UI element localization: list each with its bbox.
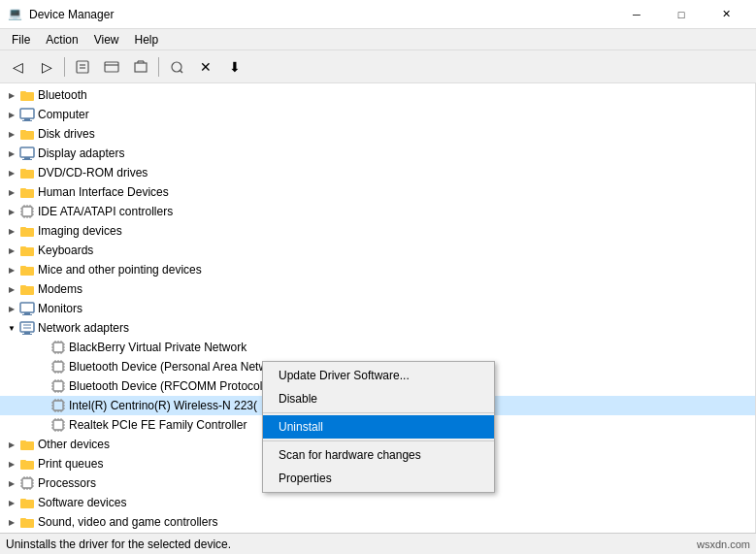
menu-bar: File Action View Help: [0, 29, 756, 50]
menu-file[interactable]: File: [4, 31, 38, 49]
menu-action[interactable]: Action: [38, 31, 85, 49]
svg-rect-92: [53, 401, 63, 410]
expand-icon-software-devices[interactable]: ▶: [4, 495, 19, 510]
tree-item-keyboards[interactable]: ▶Keyboards: [0, 241, 755, 260]
svg-rect-121: [20, 460, 26, 463]
tree-item-dvd-cdrom[interactable]: ▶DVD/CD-ROM drives: [0, 163, 755, 182]
ctx-item-scan-hardware[interactable]: Scan for hardware changes: [263, 443, 494, 467]
expand-icon-other-devices[interactable]: ▶: [4, 437, 19, 452]
device-label-computer: Computer: [38, 108, 89, 121]
expand-icon-processors[interactable]: ▶: [4, 475, 19, 491]
svg-rect-18: [24, 157, 30, 159]
ctx-item-disable[interactable]: Disable: [263, 387, 494, 410]
svg-rect-46: [24, 312, 30, 314]
expand-icon-disk-drives[interactable]: ▶: [4, 126, 19, 142]
tree-item-sound-video[interactable]: ▶Sound, video and game controllers: [0, 512, 755, 532]
tree-item-hid[interactable]: ▶Human Interface Devices: [0, 182, 755, 202]
expand-icon-realtek[interactable]: [35, 417, 50, 433]
menu-view[interactable]: View: [86, 31, 127, 49]
toolbar-properties[interactable]: [69, 54, 96, 80]
tree-item-display-adapters[interactable]: ▶Display adapters: [0, 144, 755, 163]
expand-icon-sound-video[interactable]: ▶: [4, 514, 19, 530]
expand-icon-bluetooth-rfcomm[interactable]: [35, 378, 50, 394]
tree-item-monitors[interactable]: ▶Monitors: [0, 299, 755, 318]
toolbar-separator-2: [158, 57, 159, 77]
tree-item-software-devices[interactable]: ▶Software devices: [0, 493, 755, 512]
svg-rect-47: [22, 314, 32, 315]
svg-rect-13: [24, 118, 30, 120]
device-icon-bluetooth-pan: [50, 359, 66, 375]
device-icon-dvd-cdrom: [19, 165, 35, 180]
device-icon-monitors: [19, 301, 35, 316]
tree-item-network-adapters[interactable]: ▼Network adapters: [0, 318, 755, 338]
toolbar-uninstall[interactable]: [127, 54, 154, 80]
toolbar-disable[interactable]: ✕: [192, 54, 219, 80]
close-button[interactable]: ✕: [704, 0, 748, 29]
expand-icon-modems[interactable]: ▶: [4, 281, 19, 297]
expand-icon-ide-atapi[interactable]: ▶: [4, 204, 19, 219]
device-label-intel-wireless: Intel(R) Centrino(R) Wireless-N 223(: [69, 399, 257, 412]
expand-icon-monitors[interactable]: ▶: [4, 301, 19, 316]
device-icon-bluetooth: [19, 87, 35, 103]
minimize-button[interactable]: ─: [614, 0, 659, 29]
toolbar-update-driver[interactable]: [98, 54, 125, 80]
svg-rect-42: [20, 266, 26, 269]
expand-icon-print-queues[interactable]: ▶: [4, 456, 19, 472]
expand-icon-bluetooth-pan[interactable]: [35, 359, 50, 375]
ctx-item-update-driver[interactable]: Update Driver Software...: [263, 364, 494, 387]
device-icon-hid: [19, 184, 35, 200]
expand-icon-network-adapters[interactable]: ▼: [4, 320, 19, 336]
menu-help[interactable]: Help: [127, 31, 167, 49]
svg-rect-49: [24, 332, 30, 334]
tree-item-imaging[interactable]: ▶Imaging devices: [0, 221, 755, 241]
window-controls: ─ □ ✕: [614, 0, 748, 29]
device-label-sound-video: Sound, video and game controllers: [38, 515, 217, 529]
tree-item-ide-atapi[interactable]: ▶IDE ATA/ATAPI controllers: [0, 202, 755, 221]
device-label-bluetooth: Bluetooth: [38, 88, 87, 102]
expand-icon-imaging[interactable]: ▶: [4, 223, 19, 239]
maximize-button[interactable]: □: [659, 0, 704, 29]
svg-rect-40: [20, 246, 26, 249]
device-icon-print-queues: [19, 456, 35, 472]
ctx-item-properties[interactable]: Properties: [263, 467, 494, 490]
tree-item-storage-controllers[interactable]: ▶Storage controllers: [0, 532, 755, 533]
expand-icon-keyboards[interactable]: ▶: [4, 243, 19, 258]
device-icon-sound-video: [19, 514, 35, 530]
device-label-monitors: Monitors: [38, 302, 82, 315]
expand-icon-computer[interactable]: ▶: [4, 107, 19, 122]
toolbar-down[interactable]: ⬇: [221, 54, 248, 80]
tree-item-bluetooth[interactable]: ▶Bluetooth: [0, 85, 755, 105]
tree-item-modems[interactable]: ▶Modems: [0, 279, 755, 299]
expand-icon-dvd-cdrom[interactable]: ▶: [4, 165, 19, 180]
device-icon-disk-drives: [19, 126, 35, 142]
expand-icon-hid[interactable]: ▶: [4, 184, 19, 200]
toolbar: ◁ ▷ ✕ ⬇: [0, 50, 756, 83]
expand-icon-bluetooth[interactable]: ▶: [4, 87, 19, 103]
ctx-item-uninstall[interactable]: Uninstall: [263, 415, 494, 439]
ctx-separator-2: [263, 440, 494, 441]
device-icon-intel-wireless: [50, 398, 66, 413]
device-icon-modems: [19, 281, 35, 297]
expand-icon-intel-wireless[interactable]: [35, 398, 50, 413]
toolbar-back[interactable]: ◁: [4, 54, 31, 80]
status-text: Uninstalls the driver for the selected d…: [6, 538, 231, 551]
tree-item-disk-drives[interactable]: ▶Disk drives: [0, 124, 755, 144]
svg-rect-38: [20, 227, 26, 230]
toolbar-scan[interactable]: [163, 54, 190, 80]
device-label-ide-atapi: IDE ATA/ATAPI controllers: [38, 205, 173, 218]
tree-item-mice[interactable]: ▶Mice and other pointing devices: [0, 260, 755, 279]
device-icon-blackberry-vpn: [50, 340, 66, 355]
toolbar-forward[interactable]: ▷: [33, 54, 60, 80]
device-icon-realtek: [50, 417, 66, 433]
device-icon-ide-atapi: [19, 204, 35, 219]
svg-rect-11: [20, 91, 26, 94]
device-label-imaging: Imaging devices: [38, 224, 122, 238]
svg-rect-50: [22, 334, 32, 335]
expand-icon-mice[interactable]: ▶: [4, 262, 19, 277]
svg-rect-79: [53, 381, 63, 391]
svg-rect-5: [135, 63, 147, 72]
tree-item-computer[interactable]: ▶Computer: [0, 105, 755, 124]
expand-icon-blackberry-vpn[interactable]: [35, 340, 50, 355]
tree-item-blackberry-vpn[interactable]: BlackBerry Virtual Private Network: [0, 338, 755, 357]
expand-icon-display-adapters[interactable]: ▶: [4, 146, 19, 161]
